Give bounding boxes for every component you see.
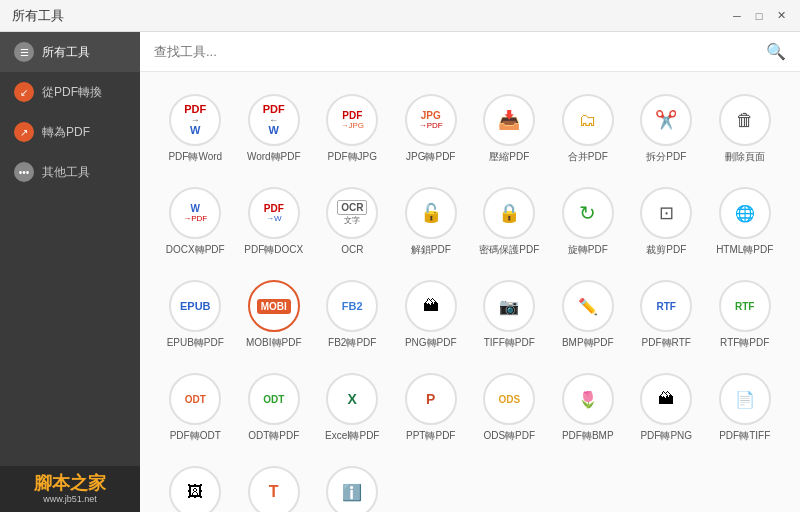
tool-item-compress-pdf[interactable]: 📥壓縮PDF [474, 88, 545, 169]
tool-item-ppt-to-pdf[interactable]: PPPT轉PDF [396, 367, 467, 448]
tool-item-pdf-to-docx[interactable]: PDF →W PDF轉DOCX [239, 181, 310, 262]
tool-item-extract-image[interactable]: 🖼提取圖像 [160, 460, 231, 512]
tool-label-pdf-to-word: PDF轉Word [168, 151, 222, 163]
tool-icon-odt-to-pdf: ODT [248, 373, 300, 425]
tool-label-tiff-to-pdf: TIFF轉PDF [484, 337, 535, 349]
sidebar-label-other-tools: 其他工具 [42, 164, 90, 181]
tool-icon-tiff-to-pdf: 📷 [483, 280, 535, 332]
tool-icon-html-to-pdf: 🌐 [719, 187, 771, 239]
tool-item-bmp-to-pdf[interactable]: ✏️BMP轉PDF [553, 274, 624, 355]
tool-item-pdf-to-word[interactable]: PDF → W PDF轉Word [160, 88, 231, 169]
tool-label-rotate-pdf: 旋轉PDF [568, 244, 608, 256]
tool-item-word-to-pdf[interactable]: PDF ← W Word轉PDF [239, 88, 310, 169]
tool-item-jpg-to-pdf[interactable]: JPG →PDF JPG轉PDF [396, 88, 467, 169]
tool-item-protect-pdf[interactable]: 🔒密碼保護PDF [474, 181, 545, 262]
tool-item-pdf-to-rtf[interactable]: RTFPDF轉RTF [631, 274, 702, 355]
tool-item-html-to-pdf[interactable]: 🌐HTML轉PDF [710, 181, 781, 262]
watermark: 腳本之家 www.jb51.net [0, 466, 140, 512]
sidebar-item-other-tools[interactable]: ••• 其他工具 [0, 152, 140, 192]
tool-label-pdf-to-png: PDF轉PNG [640, 430, 692, 442]
tool-item-rtf-to-pdf[interactable]: RTFRTF轉PDF [710, 274, 781, 355]
tool-icon-crop-pdf: ⊡ [640, 187, 692, 239]
tools-grid: PDF → W PDF轉Word PDF ← W Word轉PDF PDF →J… [140, 72, 800, 512]
tool-item-ocr[interactable]: OCR 文字 OCR [317, 181, 388, 262]
tool-label-merge-pdf: 合并PDF [568, 151, 608, 163]
tool-icon-pdf-to-word: PDF → W [169, 94, 221, 146]
tool-item-pdf-to-png[interactable]: 🏔PDF轉PNG [631, 367, 702, 448]
window-controls: ─ □ ✕ [730, 9, 788, 23]
tool-item-mobi-to-pdf[interactable]: MOBIMOBI轉PDF [239, 274, 310, 355]
tool-item-odt-to-pdf[interactable]: ODTODT轉PDF [239, 367, 310, 448]
minimize-button[interactable]: ─ [730, 9, 744, 23]
tool-item-pdf-to-jpg[interactable]: PDF →JPG PDF轉JPG [317, 88, 388, 169]
tool-icon-protect-pdf: 🔒 [483, 187, 535, 239]
tool-icon-bmp-to-pdf: ✏️ [562, 280, 614, 332]
sidebar-item-to-pdf[interactable]: ↗ 轉為PDF [0, 112, 140, 152]
tool-icon-jpg-to-pdf: JPG →PDF [405, 94, 457, 146]
tool-item-excel-to-pdf[interactable]: XExcel轉PDF [317, 367, 388, 448]
tool-item-split-pdf[interactable]: ✂️拆分PDF [631, 88, 702, 169]
maximize-button[interactable]: □ [752, 9, 766, 23]
tool-label-png-to-pdf: PNG轉PDF [405, 337, 457, 349]
tool-item-epub-to-pdf[interactable]: EPUBEPUB轉PDF [160, 274, 231, 355]
tool-label-jpg-to-pdf: JPG轉PDF [406, 151, 455, 163]
window-title: 所有工具 [12, 7, 64, 25]
content-area: 🔍 PDF → W PDF轉Word PDF ← W Word轉PDF PDF … [140, 32, 800, 512]
tool-icon-unlock-pdf: 🔓 [405, 187, 457, 239]
watermark-line2: www.jb51.net [8, 494, 132, 504]
tool-item-png-to-pdf[interactable]: 🏔PNG轉PDF [396, 274, 467, 355]
tool-label-pdf-to-bmp: PDF轉BMP [562, 430, 614, 442]
sidebar-icon-to-pdf: ↗ [14, 122, 34, 142]
tool-item-pdf-to-tiff[interactable]: 📄PDF轉TIFF [710, 367, 781, 448]
sidebar-item-from-pdf[interactable]: ↙ 從PDF轉換 [0, 72, 140, 112]
tool-icon-split-pdf: ✂️ [640, 94, 692, 146]
tool-item-merge-pdf[interactable]: 🗂合并PDF [553, 88, 624, 169]
tool-icon-pdf-to-jpg: PDF →JPG [326, 94, 378, 146]
tool-label-pdf-to-docx: PDF轉DOCX [244, 244, 303, 256]
tool-icon-pdf-to-odt: ODT [169, 373, 221, 425]
sidebar-label-all-tools: 所有工具 [42, 44, 90, 61]
tool-icon-ppt-to-pdf: P [405, 373, 457, 425]
tool-icon-word-to-pdf: PDF ← W [248, 94, 300, 146]
tool-icon-pdf-to-docx: PDF →W [248, 187, 300, 239]
tool-item-crop-pdf[interactable]: ⊡裁剪PDF [631, 181, 702, 262]
sidebar-item-all-tools[interactable]: ☰ 所有工具 [0, 32, 140, 72]
tool-icon-mobi-to-pdf: MOBI [248, 280, 300, 332]
tool-label-pdf-to-odt: PDF轉ODT [170, 430, 221, 442]
tool-icon-rotate-pdf: ↻ [562, 187, 614, 239]
tool-item-edit-metadata[interactable]: ℹ️編輯元數據 [317, 460, 388, 512]
tool-label-pdf-to-tiff: PDF轉TIFF [719, 430, 770, 442]
tool-item-delete-pages[interactable]: 🗑刪除頁面 [710, 88, 781, 169]
tool-icon-excel-to-pdf: X [326, 373, 378, 425]
tool-item-pdf-to-odt[interactable]: ODTPDF轉ODT [160, 367, 231, 448]
tool-item-docx-to-pdf[interactable]: W →PDF DOCX轉PDF [160, 181, 231, 262]
tool-icon-epub-to-pdf: EPUB [169, 280, 221, 332]
tool-label-crop-pdf: 裁剪PDF [646, 244, 686, 256]
tool-icon-docx-to-pdf: W →PDF [169, 187, 221, 239]
tool-label-compress-pdf: 壓縮PDF [489, 151, 529, 163]
tool-icon-fb2-to-pdf: FB2 [326, 280, 378, 332]
tool-item-tiff-to-pdf[interactable]: 📷TIFF轉PDF [474, 274, 545, 355]
tool-label-docx-to-pdf: DOCX轉PDF [166, 244, 225, 256]
tool-label-bmp-to-pdf: BMP轉PDF [562, 337, 614, 349]
sidebar-icon-other-tools: ••• [14, 162, 34, 182]
watermark-line1: 腳本之家 [8, 474, 132, 494]
tool-icon-compress-pdf: 📥 [483, 94, 535, 146]
tool-icon-pdf-to-png: 🏔 [640, 373, 692, 425]
tool-label-unlock-pdf: 解鎖PDF [411, 244, 451, 256]
tool-icon-ocr: OCR 文字 [326, 187, 378, 239]
tool-item-fb2-to-pdf[interactable]: FB2FB2轉PDF [317, 274, 388, 355]
close-button[interactable]: ✕ [774, 9, 788, 23]
title-bar: 所有工具 ─ □ ✕ [0, 0, 800, 32]
tool-item-ods-to-pdf[interactable]: ODSODS轉PDF [474, 367, 545, 448]
tool-icon-pdf-to-rtf: RTF [640, 280, 692, 332]
tool-item-unlock-pdf[interactable]: 🔓解鎖PDF [396, 181, 467, 262]
tool-label-ocr: OCR [341, 244, 363, 256]
sidebar: ☰ 所有工具 ↙ 從PDF轉換 ↗ 轉為PDF ••• 其他工具 腳本之家 ww… [0, 32, 140, 512]
tool-item-rotate-pdf[interactable]: ↻旋轉PDF [553, 181, 624, 262]
search-input[interactable] [154, 44, 758, 59]
tool-item-extract-text[interactable]: T提取文本 [239, 460, 310, 512]
sidebar-icon-all-tools: ☰ [14, 42, 34, 62]
tool-item-pdf-to-bmp[interactable]: 🌷PDF轉BMP [553, 367, 624, 448]
main-container: ☰ 所有工具 ↙ 從PDF轉換 ↗ 轉為PDF ••• 其他工具 腳本之家 ww… [0, 32, 800, 512]
